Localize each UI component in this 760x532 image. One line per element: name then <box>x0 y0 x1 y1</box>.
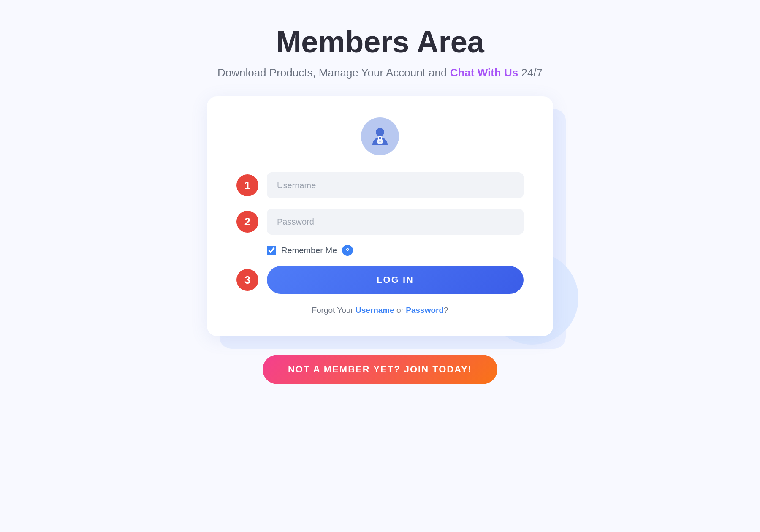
page-subtitle: Download Products, Manage Your Account a… <box>217 66 543 79</box>
forgot-username-link[interactable]: Username <box>356 306 394 315</box>
forgot-password-link[interactable]: Password <box>406 306 444 315</box>
remember-me-checkbox[interactable] <box>267 246 276 255</box>
step-1-badge: 1 <box>236 174 258 196</box>
username-input[interactable] <box>267 172 524 198</box>
avatar <box>361 117 399 155</box>
avatar-wrapper <box>236 117 524 155</box>
page-header: Members Area Download Products, Manage Y… <box>217 25 543 79</box>
remember-me-label: Remember Me <box>281 246 337 255</box>
password-input[interactable] <box>267 209 524 235</box>
forgot-text-middle: or <box>394 306 406 315</box>
username-row: 1 <box>236 172 524 198</box>
step-3-badge: 3 <box>236 269 258 291</box>
login-row: 3 LOG IN <box>236 266 524 294</box>
svg-point-0 <box>376 128 384 136</box>
password-row: 2 <box>236 209 524 235</box>
remember-me-row: Remember Me ? <box>267 245 524 256</box>
step-2-badge: 2 <box>236 211 258 233</box>
subtitle-text-before: Download Products, Manage Your Account a… <box>217 66 450 79</box>
page-title: Members Area <box>217 25 543 59</box>
forgot-text-after: ? <box>444 306 448 315</box>
login-button[interactable]: LOG IN <box>267 266 524 294</box>
help-icon[interactable]: ? <box>342 245 353 256</box>
svg-point-2 <box>380 141 381 142</box>
join-button-wrapper: NOT A MEMBER YET? JOIN TODAY! <box>263 355 497 384</box>
chat-link[interactable]: Chat With Us <box>450 66 518 79</box>
card-wrapper: 1 2 Remember Me ? 3 LOG IN Forgot Your U… <box>207 96 553 336</box>
forgot-row: Forgot Your Username or Password? <box>236 306 524 315</box>
user-lock-icon <box>369 125 391 147</box>
join-button[interactable]: NOT A MEMBER YET? JOIN TODAY! <box>263 355 497 384</box>
login-card: 1 2 Remember Me ? 3 LOG IN Forgot Your U… <box>207 96 553 336</box>
forgot-text-before: Forgot Your <box>312 306 356 315</box>
subtitle-text-after: 24/7 <box>518 66 543 79</box>
